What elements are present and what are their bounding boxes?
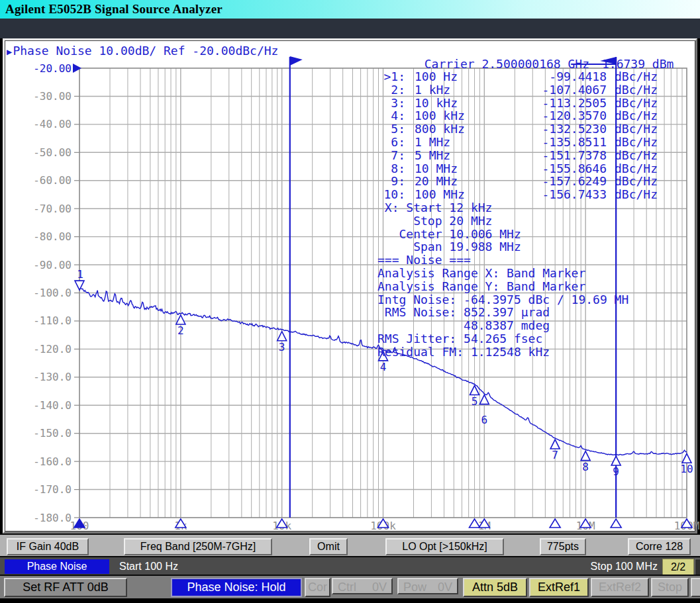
marker-val: -107.4067 (502, 83, 607, 97)
svg-text:6: 6 (481, 414, 488, 426)
axis-marker-9 (611, 519, 621, 528)
svg-text:-180.0: -180.0 (33, 512, 72, 524)
marker-triangle-icon (479, 395, 489, 404)
svg-text:4: 4 (380, 361, 387, 373)
band-start-line[interactable] (290, 56, 303, 518)
marker-table-row: 3:10 kHz-113.2505dBc/Hz (376, 97, 658, 110)
analysis-line: RMS Noise: 852.397 µrad (377, 306, 628, 319)
trace-marker-8[interactable]: 8 (581, 451, 590, 473)
marker-val: -132.5230 (502, 122, 607, 136)
marker-triangle-icon (176, 315, 185, 324)
marker-val: -156.7433 (502, 188, 607, 201)
analysis-line: X: Start 12 kHz (377, 201, 628, 214)
marker-freq: 1 MHz (415, 136, 502, 149)
analysis-line: 48.8387 mdeg (377, 319, 628, 332)
marker-val: -135.8511 (502, 136, 607, 149)
marker-table-row: 4:100 kHz-120.3570dBc/Hz (376, 109, 658, 122)
marker-table-row: 5:800 kHz-132.5230dBc/Hz (376, 122, 658, 136)
svg-text:-170.0: -170.0 (33, 483, 72, 496)
marker-table-row: 8:10 MHz-155.8646dBc/Hz (376, 162, 658, 175)
analysis-line: === Noise === (377, 254, 628, 267)
axis-marker-7 (550, 519, 560, 528)
svg-text:-50.00: -50.00 (33, 146, 72, 159)
marker-triangle-icon (611, 456, 621, 465)
marker-unit: dBc/Hz (615, 70, 658, 83)
svg-text:5: 5 (472, 395, 478, 408)
svg-text:-60.00: -60.00 (33, 174, 72, 187)
marker-triangle-icon (581, 451, 590, 461)
marker-unit: dBc/Hz (615, 175, 658, 188)
marker-unit: dBc/Hz (615, 83, 658, 97)
svg-text:-20.00: -20.00 (33, 62, 72, 75)
svg-text:10: 10 (680, 463, 693, 475)
marker-idx: 3: (376, 97, 405, 110)
marker-unit: dBc/Hz (615, 122, 658, 136)
analysis-line: Analysis Range X: Band Marker (377, 267, 628, 280)
marker-idx: 10: (376, 188, 405, 201)
svg-text:-110.0: -110.0 (33, 314, 72, 327)
carrier-frequency-readout: Carrier 2.500000168 GHz (358, 57, 589, 71)
svg-text:-40.00: -40.00 (33, 118, 72, 130)
trace-marker-3[interactable]: 3 (277, 332, 287, 353)
trace-marker-2[interactable]: 2 (176, 315, 185, 337)
svg-text:1: 1 (77, 268, 83, 281)
trace-marker-1[interactable]: 1 (75, 268, 84, 290)
svg-text:-130.0: -130.0 (33, 371, 72, 383)
marker-unit: dBc/Hz (615, 149, 658, 162)
marker-val: -120.3570 (502, 109, 607, 122)
svg-text:-140.0: -140.0 (33, 399, 72, 412)
trace-marker-5[interactable]: 5 (470, 386, 479, 408)
marker-freq: 10 kHz (415, 97, 502, 110)
marker-freq: 10 MHz (415, 162, 502, 175)
marker-freq: 100 Hz (415, 70, 502, 83)
svg-text:-90.00: -90.00 (33, 259, 72, 271)
trace-marker-9[interactable]: 9 (611, 456, 621, 478)
marker-unit: dBc/Hz (615, 162, 658, 175)
trace-header: ▶Phase Noise 10.00dB/ Ref -20.00dBc/Hz (7, 44, 278, 58)
marker-unit: dBc/Hz (615, 97, 658, 110)
axis-marker-triangle-icon (550, 519, 560, 528)
marker-idx: 2: (376, 83, 405, 97)
marker-freq: 800 kHz (415, 122, 502, 136)
carrier-power-readout: 1.6739 dBm (602, 57, 674, 71)
trace-marker-7[interactable]: 7 (550, 440, 560, 461)
marker-freq: 1 kHz (415, 83, 502, 97)
marker-unit: dBc/Hz (615, 109, 658, 122)
analysis-line: Intg Noise: -64.3975 dBc / 19.69 MH (377, 293, 628, 306)
marker-table-row: 2:1 kHz-107.4067dBc/Hz (376, 83, 658, 97)
analysis-line: Analysis Range Y: Band Marker (377, 280, 628, 293)
analysis-line: Span 19.988 MHz (377, 240, 628, 254)
trace-select-arrow-icon: ▶ (7, 46, 12, 57)
marker-val: -113.2505 (502, 97, 607, 110)
marker-idx: 9: (376, 175, 405, 188)
marker-freq: 20 MHz (415, 175, 502, 188)
trace-header-label: Phase Noise 10.00dB/ Ref -20.00dBc/Hz (13, 44, 278, 58)
marker-idx: 7: (376, 149, 405, 162)
marker-idx: 6: (376, 136, 405, 149)
marker-freq: 100 kHz (415, 109, 502, 122)
svg-text:7: 7 (552, 449, 558, 461)
analysis-readout: X: Start 12 kHz Stop 20 MHz Center 10.00… (377, 201, 628, 359)
marker-unit: dBc/Hz (615, 136, 658, 149)
marker-val: -157.6249 (502, 175, 607, 188)
band-start-flag-icon (290, 56, 303, 66)
marker-table-row: 7:5 MHz-151.7378dBc/Hz (376, 149, 658, 162)
svg-text:-120.0: -120.0 (33, 343, 72, 355)
marker-table-row: 6:1 MHz-135.8511dBc/Hz (376, 136, 658, 149)
analysis-line: Center 10.006 MHz (377, 228, 628, 241)
svg-text:-30.00: -30.00 (33, 90, 72, 103)
svg-text:-70.00: -70.00 (33, 203, 72, 215)
svg-text:-100.0: -100.0 (33, 287, 72, 299)
marker-table-row: >1:100 Hz-99.4418dBc/Hz (376, 70, 658, 83)
analysis-line: Stop 20 MHz (377, 214, 628, 228)
svg-text:2: 2 (177, 324, 184, 337)
marker-table-row: 10:100 MHz-156.7433dBc/Hz (376, 188, 658, 201)
marker-idx: 5: (376, 122, 405, 136)
analysis-line: RMS Jitter: 54.265 fsec (377, 332, 628, 346)
marker-triangle-icon (277, 332, 287, 341)
marker-idx: 4: (376, 109, 405, 122)
svg-text:3: 3 (279, 341, 285, 353)
analysis-line: Residual FM: 1.12548 kHz (377, 346, 628, 359)
marker-triangle-icon (550, 440, 560, 449)
svg-text:9: 9 (613, 465, 619, 478)
